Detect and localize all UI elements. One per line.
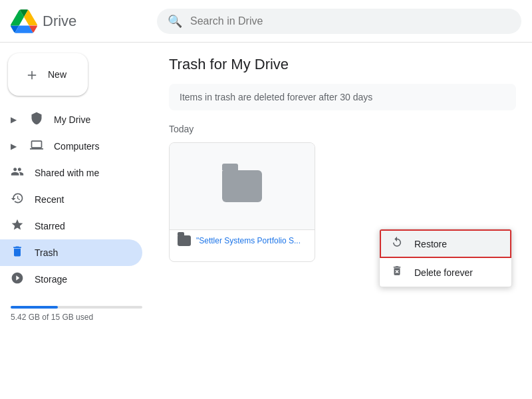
page-title: Trash for My Drive <box>169 56 516 73</box>
layout: ＋ New ▶ My Drive ▶ Computers Shared with… <box>0 43 532 399</box>
sidebar-item-starred-label: Starred <box>35 221 65 231</box>
file-card[interactable]: "Settler Systems Portfolio S... <box>169 142 315 262</box>
shared-icon <box>11 165 24 182</box>
chevron-right-icon: ▶ <box>11 142 17 151</box>
new-button-label: New <box>48 69 66 80</box>
computers-icon <box>30 138 43 155</box>
sidebar-item-computers[interactable]: ▶ Computers <box>0 133 142 160</box>
sidebar-item-recent-label: Recent <box>35 194 64 205</box>
my-drive-icon <box>30 112 43 128</box>
trash-notice: Items in trash are deleted forever after… <box>169 84 516 110</box>
section-today-label: Today <box>169 124 516 134</box>
context-menu-item-restore[interactable]: Restore <box>380 229 511 258</box>
folder-large-icon <box>222 170 262 202</box>
sidebar-item-my-drive-label: My Drive <box>54 114 90 125</box>
main-content: Trash for My Drive Items in trash are de… <box>153 43 532 399</box>
sidebar-item-storage[interactable]: Storage <box>0 266 142 293</box>
folder-small-icon <box>178 235 191 246</box>
sidebar-item-shared-label: Shared with me <box>35 168 99 178</box>
storage-bar-background <box>11 306 142 309</box>
star-icon <box>11 218 24 235</box>
delete-forever-icon <box>390 265 404 280</box>
context-menu: Restore Delete forever <box>379 229 512 287</box>
file-card-footer: "Settler Systems Portfolio S... <box>170 229 315 251</box>
recent-icon <box>11 192 24 208</box>
storage-section: 5.42 GB of 15 GB used <box>0 298 153 330</box>
sidebar-item-trash-label: Trash <box>35 247 58 258</box>
logo-area: Drive <box>11 8 157 35</box>
context-menu-item-delete-forever[interactable]: Delete forever <box>380 258 511 287</box>
storage-used-text: 5.42 GB of 15 GB used <box>11 313 142 322</box>
storage-icon <box>11 271 24 288</box>
sidebar-item-my-drive[interactable]: ▶ My Drive <box>0 106 142 133</box>
file-preview <box>170 143 315 229</box>
search-bar[interactable]: 🔍 <box>157 9 521 34</box>
trash-icon <box>11 245 24 261</box>
logo-text: Drive <box>43 13 76 30</box>
restore-icon <box>390 236 404 251</box>
sidebar: ＋ New ▶ My Drive ▶ Computers Shared with… <box>0 43 153 399</box>
plus-icon: ＋ <box>24 64 40 85</box>
restore-label: Restore <box>414 239 447 249</box>
header: Drive 🔍 <box>0 0 532 43</box>
search-input[interactable] <box>190 15 511 27</box>
sidebar-item-recent[interactable]: Recent <box>0 186 142 213</box>
sidebar-item-trash[interactable]: Trash <box>0 239 142 266</box>
drive-logo-icon <box>11 8 37 35</box>
sidebar-item-storage-label: Storage <box>35 274 67 285</box>
sidebar-item-starred[interactable]: Starred <box>0 213 142 239</box>
delete-forever-label: Delete forever <box>414 267 473 278</box>
sidebar-item-shared-with-me[interactable]: Shared with me <box>0 160 142 186</box>
storage-bar-fill <box>11 306 58 309</box>
sidebar-item-computers-label: Computers <box>54 141 99 152</box>
file-name: "Settler Systems Portfolio S... <box>196 236 301 245</box>
new-button[interactable]: ＋ New <box>8 53 88 96</box>
search-icon: 🔍 <box>168 14 182 29</box>
chevron-right-icon: ▶ <box>11 115 17 124</box>
